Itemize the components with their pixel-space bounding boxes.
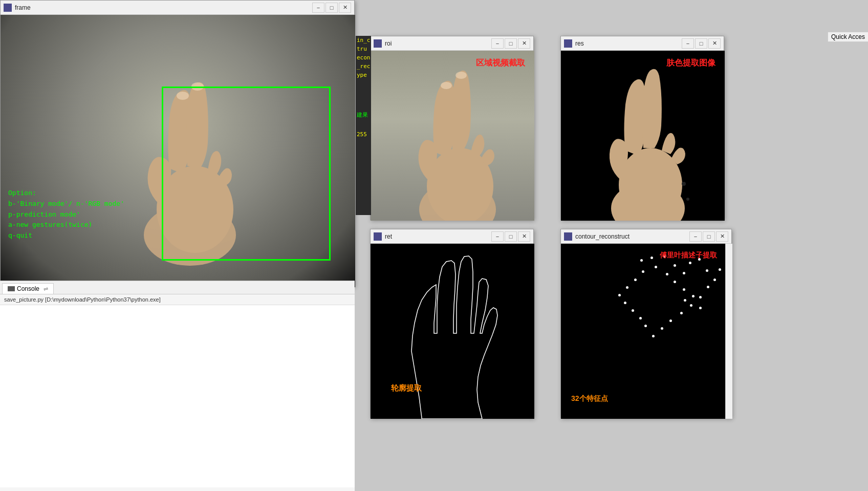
contour-window-title: contour_reconstruct <box>575 233 689 240</box>
partial-line-3: econ <box>356 53 371 62</box>
ret-maximize-button[interactable]: □ <box>505 231 517 242</box>
dot-32 <box>684 299 686 302</box>
dot-30 <box>692 295 695 297</box>
ret-close-button[interactable]: ✕ <box>518 231 530 242</box>
contour-close-button[interactable]: ✕ <box>716 231 728 242</box>
dot-25 <box>642 270 644 273</box>
roi-content: 区域视频截取 <box>371 51 534 221</box>
partial-line-4: _rec <box>356 62 371 71</box>
res-minimize-button[interactable]: − <box>682 38 694 49</box>
dot-17 <box>652 335 655 337</box>
dot-24 <box>634 279 637 281</box>
roi-label: 区域视频截取 <box>476 58 525 69</box>
dot-31 <box>699 307 702 309</box>
dot-10 <box>719 268 721 271</box>
ret-window-title: ret <box>385 233 491 240</box>
svg-point-7 <box>455 72 467 79</box>
roi-window-controls: − □ ✕ <box>491 38 530 49</box>
dot-12 <box>699 296 702 298</box>
dot-20 <box>632 309 634 312</box>
partial-line-2: tru <box>356 45 371 53</box>
dot-15 <box>669 319 672 322</box>
console-tab-suffix: ⇌ <box>44 286 48 292</box>
roi-green-rect <box>162 87 331 261</box>
console-tab-bar: Console ⇌ <box>0 281 355 294</box>
option-line-2: b-'Binary mode'/ n-'RGB mode' <box>8 199 124 209</box>
dot-6 <box>689 262 691 264</box>
partial-line-1: in_c <box>356 36 371 45</box>
console-output <box>0 305 355 487</box>
svg-point-11 <box>682 182 686 186</box>
contour-window-icon <box>564 232 572 241</box>
dot-18 <box>644 325 647 327</box>
contour-minimize-button[interactable]: − <box>689 231 702 242</box>
frame-window-title: frame <box>15 4 312 11</box>
quick-access-label: Quick Acces <box>828 32 868 42</box>
roi-hand-image <box>371 51 534 221</box>
partial-console-strip: in_c tru econ _rec ype 建果 255 <box>356 36 371 215</box>
dot-27 <box>666 273 668 275</box>
ret-window-controls: − □ ✕ <box>491 231 530 242</box>
option-line-3: p-prediction mode' <box>8 209 124 220</box>
contour-maximize-button[interactable]: □ <box>703 231 715 242</box>
partial-line-7: 255 <box>356 130 371 139</box>
contour-label-sub: 32个特征点 <box>571 394 608 403</box>
dot-19 <box>639 317 642 319</box>
frame-minimize-button[interactable]: − <box>312 3 324 13</box>
partial-line-5: ype <box>356 71 371 79</box>
roi-window-icon <box>374 39 382 48</box>
dot-11 <box>707 286 709 288</box>
dot-16 <box>661 327 663 330</box>
dot-26 <box>655 266 657 268</box>
console-tab-icon <box>8 286 15 291</box>
dot-14 <box>680 312 683 314</box>
res-maximize-button[interactable]: □ <box>695 38 707 49</box>
res-window-controls: − □ ✕ <box>682 38 721 49</box>
contour-window-controls: − □ ✕ <box>689 231 728 242</box>
contour-titlebar: contour_reconstruct − □ ✕ <box>561 229 731 244</box>
ret-window-icon <box>374 232 382 241</box>
frame-close-button[interactable]: ✕ <box>339 3 351 13</box>
partial-line-6: 建果 <box>356 110 371 120</box>
console-tab-label: Console <box>17 285 39 292</box>
frame-maximize-button[interactable]: □ <box>326 3 338 13</box>
contour-label-main: 傅里叶描述子提取 <box>660 251 717 260</box>
contour-content: 傅里叶描述子提取 32个特征点 <box>561 244 732 419</box>
res-titlebar: res − □ ✕ <box>561 36 724 51</box>
roi-maximize-button[interactable]: □ <box>505 38 517 49</box>
console-tab[interactable]: Console ⇌ <box>2 283 54 294</box>
res-window: res − □ ✕ 肤色提取图像 <box>560 36 724 220</box>
res-label: 肤色提取图像 <box>666 58 715 69</box>
console-filepath: save_picture.py [D:\mydownload\Python\Py… <box>0 294 355 305</box>
dot-8 <box>706 269 708 272</box>
option-line-5: q-quit <box>8 230 124 241</box>
res-hand-image <box>561 51 725 221</box>
svg-point-6 <box>441 82 452 89</box>
ret-minimize-button[interactable]: − <box>491 231 504 242</box>
frame-window-controls: − □ ✕ <box>312 3 351 13</box>
roi-window-title: roi <box>385 40 491 47</box>
ret-content: 轮廓提取 <box>371 244 534 419</box>
res-close-button[interactable]: ✕ <box>708 38 721 49</box>
ret-window: ret − □ ✕ 轮廓提取 <box>370 229 534 418</box>
roi-minimize-button[interactable]: − <box>491 38 504 49</box>
roi-close-button[interactable]: ✕ <box>518 38 530 49</box>
svg-point-12 <box>686 198 689 201</box>
ret-titlebar: ret − □ ✕ <box>371 229 533 244</box>
res-content: 肤色提取图像 <box>561 51 725 221</box>
res-window-icon <box>564 39 572 48</box>
dot-5 <box>683 272 685 274</box>
dot-28 <box>674 281 676 283</box>
contour-scrollbar[interactable] <box>725 244 732 419</box>
console-area: Console ⇌ save_picture.py [D:\mydownload… <box>0 281 355 491</box>
option-text-overlay: Option: b-'Binary mode'/ n-'RGB mode' p-… <box>8 188 124 241</box>
res-window-title: res <box>575 40 682 47</box>
ret-label: 轮廓提取 <box>391 383 422 393</box>
dot-13 <box>690 304 692 307</box>
roi-titlebar: roi − □ ✕ <box>371 36 533 51</box>
frame-content: Option: b-'Binary mode'/ n-'RGB mode' p-… <box>1 15 355 287</box>
dot-22 <box>618 294 621 296</box>
roi-window: roi − □ ✕ 区域视频截取 <box>370 36 534 220</box>
dot-2 <box>650 257 653 259</box>
contour-reconstruct-window: contour_reconstruct − □ ✕ <box>560 229 732 418</box>
